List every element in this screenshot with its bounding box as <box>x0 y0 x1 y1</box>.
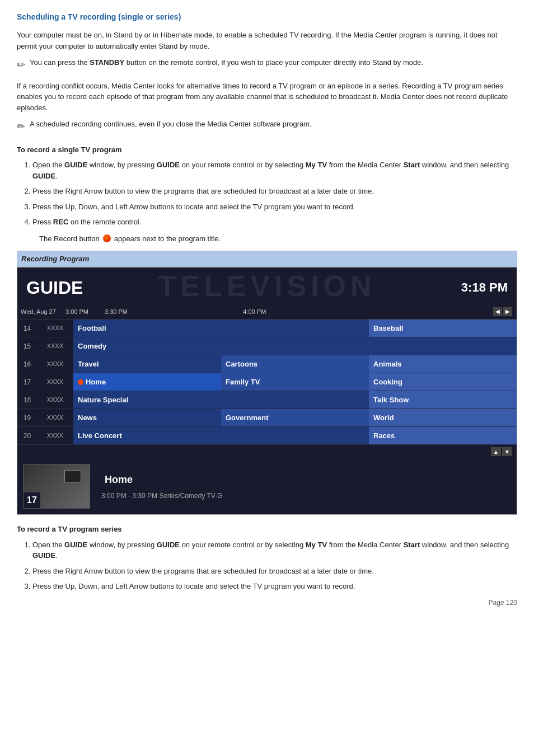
guide-down-button[interactable]: ▼ <box>502 447 512 456</box>
guide-row-14: 14 XXXX Football Baseball <box>17 320 517 337</box>
guide-preview-info: Home 3:00 PM - 3:30 PM Series/Comedy TV-… <box>101 472 511 501</box>
guide-time-col2: 3:30 PM <box>101 306 240 318</box>
section2-title: To record a TV program series <box>17 524 517 535</box>
prog-15-comedy[interactable]: Comedy <box>73 337 517 355</box>
guide-main-title: GUIDE <box>26 274 83 301</box>
ch-15-name: XXXX <box>37 337 73 355</box>
guide-row-19: 19 XXXX News Government World <box>17 409 517 427</box>
guide-prev-button[interactable]: ◀ <box>493 307 502 316</box>
preview-prog-name: Home <box>101 472 511 487</box>
prog-19-world[interactable]: World <box>369 409 517 426</box>
guide-container: TELEVISION GUIDE 3:18 PM Wed, Aug 27 3:0… <box>17 267 517 515</box>
prog-17-home[interactable]: Home <box>73 373 221 391</box>
prog-19-news[interactable]: News <box>73 409 221 426</box>
guide-nav-arrows[interactable]: ◀ ▶ <box>378 306 517 318</box>
ch-14-name: XXXX <box>37 320 73 337</box>
guide-updown-arrows[interactable]: ▲ ▼ <box>17 445 517 458</box>
ch-18-name: XXXX <box>37 391 73 408</box>
guide-bg-text: TELEVISION <box>17 267 517 304</box>
section1-title: To record a single TV program <box>17 144 517 156</box>
guide-row-15: 15 XXXX Comedy <box>17 337 517 355</box>
prog-18-nature[interactable]: Nature Special <box>73 391 369 408</box>
ch-19-num: 19 <box>17 409 37 426</box>
record-note-text: The Record button <box>39 233 100 245</box>
guide-header: TELEVISION GUIDE 3:18 PM <box>17 267 517 304</box>
intro-para-2: If a recording conflict occurs, Media Ce… <box>17 81 517 114</box>
ch-17-num: 17 <box>17 373 37 391</box>
step-2-3: Press the Up, Down, and Left Arrow butto… <box>32 581 517 592</box>
ch-15-num: 15 <box>17 337 37 355</box>
ch-16-num: 16 <box>17 355 37 373</box>
ch-18-num: 18 <box>17 391 37 408</box>
ch-20-name: XXXX <box>37 427 73 444</box>
thumb-ch-number: 17 <box>24 492 40 508</box>
guide-up-button[interactable]: ▲ <box>491 447 501 456</box>
intro-para-1: Your computer must be on, in Stand by or… <box>17 30 517 51</box>
preview-prog-details: 3:00 PM - 3:30 PM Series/Comedy TV-G <box>101 491 511 501</box>
prog-20-liveconcert[interactable]: Live Concert <box>73 427 369 444</box>
step-2-1: Open the GUIDE window, by pressing GUIDE… <box>32 539 517 561</box>
page-number: Page 120 <box>17 598 517 608</box>
ch-20-num: 20 <box>17 427 37 444</box>
preview-title: Home <box>105 472 133 487</box>
step-1-3: Press the Up, Down, and Left Arrow butto… <box>32 201 517 213</box>
note-block-2: ✏ A scheduled recording continues, even … <box>17 119 517 135</box>
prog-14-football[interactable]: Football <box>73 320 369 337</box>
ch-17-name: XXXX <box>37 373 73 391</box>
thumb-screen <box>64 470 81 482</box>
ch-16-name: XXXX <box>37 355 73 373</box>
guide-thumbnail: 17 <box>23 464 90 509</box>
note-text-1: You can press the STANDBY button on the … <box>30 57 423 68</box>
ch-19-name: XXXX <box>37 409 73 426</box>
guide-row-17: 17 XXXX Home Family TV Cooking <box>17 373 517 391</box>
rec-dot-home <box>78 379 83 385</box>
guide-time-col3: 4:00 PM <box>240 306 378 318</box>
record-note: The Record button appears next to the pr… <box>39 233 517 245</box>
prog-18-talkshow[interactable]: Talk Show <box>369 391 517 408</box>
prog-17-familytv[interactable]: Family TV <box>221 373 369 391</box>
prog-20-races[interactable]: Races <box>369 427 517 444</box>
guide-section-label: Recording Program <box>21 255 89 263</box>
guide-preview: 17 Home 3:00 PM - 3:30 PM Series/Comedy … <box>17 458 517 514</box>
prog-19-government[interactable]: Government <box>221 409 369 426</box>
prog-14-baseball[interactable]: Baseball <box>369 320 517 337</box>
guide-label-bar: Recording Program <box>17 251 517 267</box>
step-2-2: Press the Right Arrow button to view the… <box>32 566 517 577</box>
ch-14-num: 14 <box>17 320 37 337</box>
prog-16-cartoons[interactable]: Cartoons <box>221 355 369 373</box>
guide-date-col: Wed, Aug 27 <box>17 306 62 318</box>
prog-16-animals[interactable]: Animals <box>369 355 517 373</box>
note-block-1: ✏ You can press the STANDBY button on th… <box>17 57 517 74</box>
note-text-2: A scheduled recording continues, even if… <box>30 119 312 130</box>
page-title: Scheduling a TV recording (single or ser… <box>17 11 517 23</box>
step-1-1: Open the GUIDE window, by pressing GUIDE… <box>32 159 517 181</box>
guide-row-16: 16 XXXX Travel Cartoons Animals <box>17 355 517 373</box>
guide-next-button[interactable]: ▶ <box>503 307 512 316</box>
note-icon-2: ✏ <box>17 119 25 134</box>
step-1-2: Press the Right Arrow button to view the… <box>32 186 517 197</box>
record-dot-icon <box>103 234 111 242</box>
guide-row-20: 20 XXXX Live Concert Races <box>17 427 517 445</box>
steps-list-1: Open the GUIDE window, by pressing GUIDE… <box>32 159 517 228</box>
record-note-text2: appears next to the program title. <box>114 233 221 245</box>
note-icon-1: ✏ <box>17 58 25 73</box>
guide-row-18: 18 XXXX Nature Special Talk Show <box>17 391 517 409</box>
step-1-4: Press REC on the remote control. <box>32 217 517 228</box>
guide-clock: 3:18 PM <box>461 278 508 297</box>
prog-16-travel[interactable]: Travel <box>73 355 221 373</box>
prog-17-cooking[interactable]: Cooking <box>369 373 517 391</box>
steps-list-2: Open the GUIDE window, by pressing GUIDE… <box>32 539 517 592</box>
guide-time-row: Wed, Aug 27 3:00 PM 3:30 PM 4:00 PM ◀ ▶ <box>17 304 517 320</box>
guide-time-col1: 3:00 PM <box>62 306 101 318</box>
